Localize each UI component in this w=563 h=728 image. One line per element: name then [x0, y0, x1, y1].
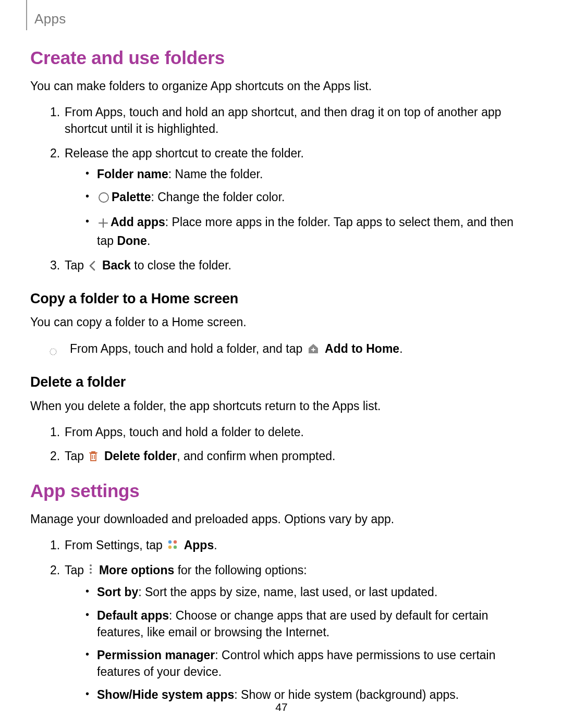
section2-intro: You can copy a folder to a Home screen.: [30, 314, 533, 330]
label: Sort by: [97, 585, 138, 599]
label: Apps: [184, 538, 214, 552]
section3-intro: When you delete a folder, the app shortc…: [30, 398, 533, 414]
step-text: From Apps, touch and hold a folder to de…: [65, 425, 304, 439]
palette-icon: [98, 191, 109, 207]
label: Add to Home: [325, 342, 399, 355]
svg-point-7: [90, 568, 92, 570]
section-title-create-folders: Create and use folders: [30, 45, 533, 70]
bullet-folder-name: Folder name: Name the folder.: [85, 166, 533, 182]
document-page: Apps Create and use folders You can make…: [0, 0, 563, 728]
svg-point-2: [168, 540, 172, 544]
section1-intro: You can make folders to organize App sho…: [30, 78, 533, 94]
bullet-palette: Palette: Change the folder color.: [85, 189, 533, 207]
section4-step2: 2. Tap More options for the following op…: [50, 562, 533, 703]
bullet-add-to-home: From Apps, touch and hold a folder, and …: [53, 340, 533, 359]
page-number: 47: [0, 699, 563, 714]
svg-point-1: [50, 349, 56, 355]
post: , and confirm when prompted.: [177, 449, 335, 463]
label: Default apps: [97, 609, 169, 622]
svg-point-4: [168, 546, 172, 549]
section4-steps: 1. From Settings, tap Apps. 2. Tap More …: [50, 537, 533, 703]
section1-step2: 2. Release the app shortcut to create th…: [50, 145, 533, 250]
pre: Tap: [65, 258, 87, 272]
section3-step1: 1. From Apps, touch and hold a folder to…: [50, 424, 533, 440]
home-plus-icon: [307, 342, 320, 359]
text: : Change the folder color.: [151, 190, 285, 204]
step-text: From Apps, touch and hold an app shortcu…: [65, 105, 501, 135]
section4-step2-bullets: Sort by: Sort the apps by size, name, la…: [85, 584, 533, 703]
trash-icon: [88, 450, 99, 466]
post: .: [399, 342, 402, 355]
section2-bullets: From Apps, touch and hold a folder, and …: [53, 340, 533, 359]
label: Delete folder: [104, 449, 177, 463]
pre: From Apps, touch and hold a folder, and …: [70, 342, 306, 355]
text: : Name the folder.: [168, 167, 263, 181]
label: Palette: [112, 190, 151, 204]
chevron-left-icon: [88, 259, 96, 276]
svg-point-6: [90, 564, 92, 566]
text2: .: [147, 234, 150, 248]
section1-step3: 3. Tap Back to close the folder.: [50, 257, 533, 276]
text: : Sort the apps by size, name, last used…: [138, 585, 437, 599]
pre: Tap: [65, 563, 87, 577]
bullet-permission-manager: Permission manager: Control which apps h…: [85, 647, 533, 680]
step-text: Release the app shortcut to create the f…: [65, 146, 304, 160]
section-title-app-settings: App settings: [30, 478, 533, 503]
label: Permission manager: [97, 648, 215, 662]
pre: From Settings, tap: [65, 538, 166, 552]
svg-point-5: [174, 546, 177, 549]
bullet-default-apps: Default apps: Choose or change apps that…: [85, 607, 533, 640]
section4-intro: Manage your downloaded and preloaded app…: [30, 511, 533, 527]
section-title-copy-folder: Copy a folder to a Home screen: [30, 289, 533, 309]
header-rule: [26, 0, 27, 30]
done-label: Done: [117, 234, 147, 248]
post: for the following options:: [174, 563, 307, 577]
label: More options: [99, 563, 174, 577]
bullet-sort-by: Sort by: Sort the apps by size, name, la…: [85, 584, 533, 600]
more-options-icon: [88, 563, 93, 579]
svg-point-8: [90, 572, 92, 574]
post: to close the folder.: [131, 258, 231, 272]
apps-grid-icon: [167, 538, 178, 554]
ring-bullet-icon: [49, 343, 57, 352]
section3-step2: 2. Tap Delete folder, and confirm when p…: [50, 448, 533, 466]
section4-step1: 1. From Settings, tap Apps.: [50, 537, 533, 554]
header-breadcrumb: Apps: [34, 9, 66, 28]
page-content: Create and use folders You can make fold…: [30, 0, 533, 704]
label: Add apps: [111, 215, 165, 229]
plus-icon: [98, 216, 108, 232]
label: Back: [102, 258, 131, 272]
svg-point-3: [174, 540, 177, 544]
section1-step2-bullets: Folder name: Name the folder. Palette: C…: [85, 166, 533, 250]
section-title-delete-folder: Delete a folder: [30, 373, 533, 392]
pre: Tap: [65, 449, 87, 463]
section1-steps: 1. From Apps, touch and hold an app shor…: [50, 104, 533, 276]
label: Folder name: [97, 167, 168, 181]
post: .: [214, 538, 217, 552]
section1-step1: 1. From Apps, touch and hold an app shor…: [50, 104, 533, 137]
section3-steps: 1. From Apps, touch and hold a folder to…: [50, 424, 533, 466]
bullet-add-apps: Add apps: Place more apps in the folder.…: [85, 214, 533, 249]
svg-point-0: [99, 193, 108, 202]
